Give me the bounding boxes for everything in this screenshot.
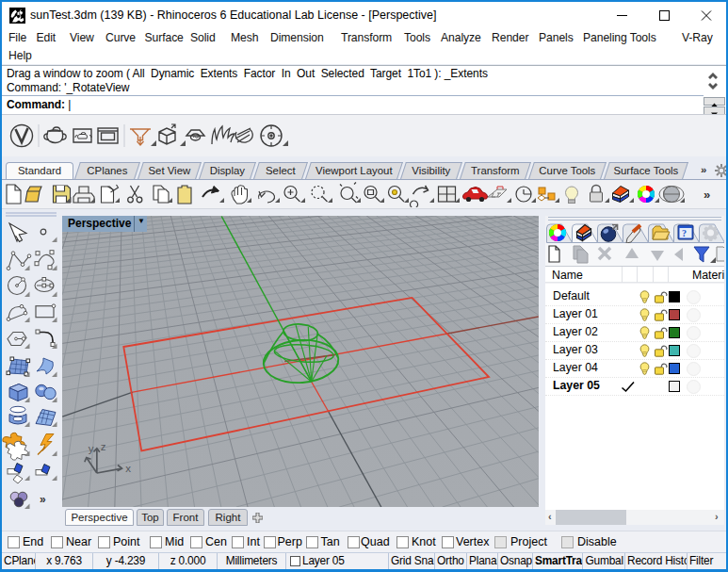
svg-text:x: x: [125, 463, 131, 474]
svg-text:»: »: [704, 188, 710, 202]
svg-text:»: »: [40, 493, 46, 506]
svg-text:y: y: [89, 443, 94, 454]
svg-text:?: ?: [682, 228, 687, 238]
svg-text:z: z: [101, 441, 106, 452]
